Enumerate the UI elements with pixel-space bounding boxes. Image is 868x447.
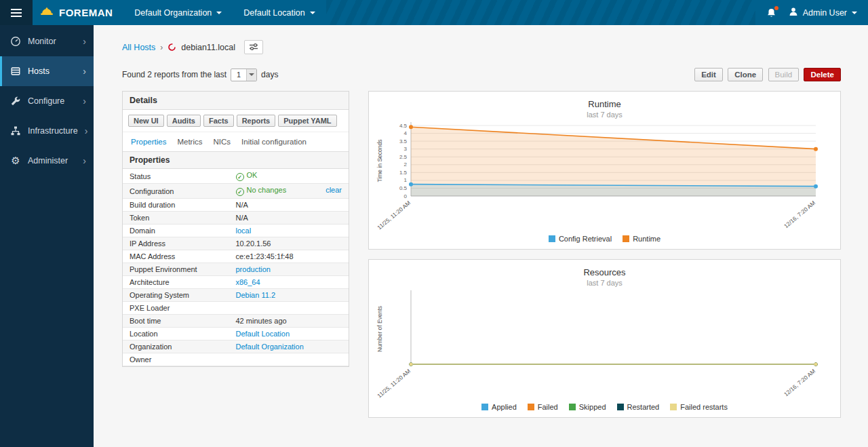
runtime-chart-subtitle: last 7 days: [374, 111, 835, 119]
organization-link[interactable]: Default Organization: [236, 343, 304, 351]
svg-text:4.5: 4.5: [399, 123, 408, 129]
organization-selector[interactable]: Default Organization: [123, 0, 233, 25]
tab-initial-configuration[interactable]: Initial configuration: [236, 136, 312, 148]
puppet-yaml-button[interactable]: Puppet YAML: [278, 115, 336, 127]
chevron-right-icon: ›: [83, 36, 86, 47]
property-value: [229, 353, 349, 366]
legend-swatch: [569, 404, 576, 410]
user-menu[interactable]: Admin User: [789, 7, 857, 18]
svg-text:4: 4: [404, 130, 408, 136]
svg-text:12/16, 7:20 AM: 12/16, 7:20 AM: [783, 199, 816, 229]
sidebar-item-infrastructure[interactable]: Infrastructure ›: [0, 116, 94, 146]
sidebar-item-monitor[interactable]: Monitor ›: [0, 26, 94, 56]
legend-item-applied[interactable]: Applied: [481, 403, 517, 411]
properties-table-title: Properties: [123, 152, 349, 169]
architecture-link[interactable]: x86_64: [236, 278, 260, 286]
property-value: Default Location: [229, 328, 349, 341]
property-value: production: [229, 263, 349, 276]
audits-button[interactable]: Audits: [167, 115, 201, 127]
legend-swatch: [481, 404, 488, 410]
location-link[interactable]: Default Location: [236, 330, 290, 338]
ui-switcher-button[interactable]: [244, 40, 263, 54]
sidebar-item-hosts[interactable]: Hosts ›: [0, 56, 94, 86]
property-label: Architecture: [123, 276, 229, 289]
property-label: Owner: [123, 353, 229, 366]
resources-chart: 11/25, 11:20 AM12/16, 7:20 AMNumber of E…: [374, 287, 835, 402]
property-label: Location: [123, 328, 229, 341]
domain-link[interactable]: local: [236, 227, 252, 235]
host-action-buttons: Edit Clone Build Delete: [692, 68, 841, 81]
property-value: ✓OK: [229, 169, 349, 184]
location-selector[interactable]: Default Location: [233, 0, 326, 25]
breadcrumb: All Hosts › debian11.local: [122, 40, 841, 54]
property-value: Debian 11.2: [229, 289, 349, 302]
gear-icon: ⚙: [10, 155, 21, 166]
breadcrumb-all-hosts-link[interactable]: All Hosts: [122, 43, 155, 52]
svg-text:0.5: 0.5: [399, 185, 408, 191]
legend-item-failed-restarts[interactable]: Failed restarts: [670, 403, 728, 411]
build-button[interactable]: Build: [768, 68, 800, 81]
sidebar-item-label: Monitor: [28, 37, 56, 46]
charts-column: Runtime last 7 days 00.511.522.533.544.5…: [368, 91, 841, 418]
notification-badge: [774, 6, 778, 10]
tab-nics[interactable]: NICs: [208, 136, 236, 148]
runtime-chart-legend: Config RetrievalRuntime: [374, 234, 835, 246]
wrench-icon: [10, 96, 21, 106]
chevron-right-icon: ›: [85, 125, 88, 136]
legend-swatch: [549, 235, 555, 242]
notifications-bell-icon[interactable]: [766, 7, 776, 18]
delete-button[interactable]: Delete: [804, 68, 841, 81]
puppet-environment-link[interactable]: production: [236, 265, 271, 273]
brand-text: FOREMAN: [59, 7, 113, 18]
legend-swatch: [617, 404, 624, 410]
tab-metrics[interactable]: Metrics: [172, 136, 208, 148]
property-label: Domain: [123, 225, 229, 237]
svg-text:1.5: 1.5: [399, 170, 408, 176]
hamburger-menu-button[interactable]: [0, 0, 33, 25]
sidebar-item-label: Administer: [28, 156, 68, 166]
chevron-right-icon: ›: [83, 96, 86, 106]
clear-link[interactable]: clear: [326, 186, 342, 194]
property-value: x86_64: [229, 276, 349, 289]
properties-table: Properties Status✓OKConfiguration✓No cha…: [123, 151, 349, 366]
user-icon: [789, 7, 798, 18]
sidebar-item-label: Hosts: [28, 66, 50, 76]
details-panel-title: Details: [123, 92, 349, 110]
property-value: ✓No changesclear: [229, 184, 349, 199]
properties-table-body: Status✓OKConfiguration✓No changesclearBu…: [123, 169, 349, 366]
tab-properties[interactable]: Properties: [125, 136, 172, 148]
property-value: local: [229, 225, 349, 237]
sidebar-item-administer[interactable]: ⚙ Administer ›: [0, 146, 94, 176]
property-label: Status: [123, 169, 229, 184]
status-ok-text: No changes: [247, 186, 287, 194]
edit-button[interactable]: Edit: [694, 68, 723, 81]
debian-os-icon: [167, 43, 176, 52]
legend-item-restarted[interactable]: Restarted: [617, 403, 660, 411]
new-ui-button[interactable]: New UI: [128, 115, 164, 127]
legend-item-skipped[interactable]: Skipped: [569, 403, 606, 411]
sidebar-item-label: Configure: [28, 96, 64, 106]
reports-button[interactable]: Reports: [237, 115, 276, 127]
property-value: 42 minutes ago: [229, 315, 349, 328]
foreman-brand[interactable]: FOREMAN: [33, 0, 123, 25]
days-select[interactable]: 1: [231, 69, 257, 81]
property-label: PXE Loader: [123, 302, 229, 315]
facts-button[interactable]: Facts: [203, 115, 234, 127]
property-value: N/A: [229, 212, 349, 225]
clone-button[interactable]: Clone: [728, 68, 763, 81]
property-label: Operating System: [123, 289, 229, 302]
property-value: [229, 302, 349, 315]
sidebar-item-configure[interactable]: Configure ›: [0, 86, 94, 116]
report-count-text: Found 2 reports from the last: [122, 70, 226, 79]
breadcrumb-separator: ›: [160, 43, 163, 52]
caret-down-icon: [216, 12, 222, 14]
svg-text:12/16, 7:20 AM: 12/16, 7:20 AM: [783, 368, 816, 397]
legend-item-failed[interactable]: Failed: [528, 403, 558, 411]
legend-item-config-retrieval[interactable]: Config Retrieval: [549, 235, 612, 243]
check-circle-icon: ✓: [236, 188, 244, 196]
check-circle-icon: ✓: [236, 173, 244, 181]
legend-item-runtime[interactable]: Runtime: [623, 235, 660, 243]
property-row-owner: Owner: [123, 353, 349, 366]
operating-system-link[interactable]: Debian 11.2: [236, 291, 276, 299]
property-label: Boot time: [123, 315, 229, 328]
